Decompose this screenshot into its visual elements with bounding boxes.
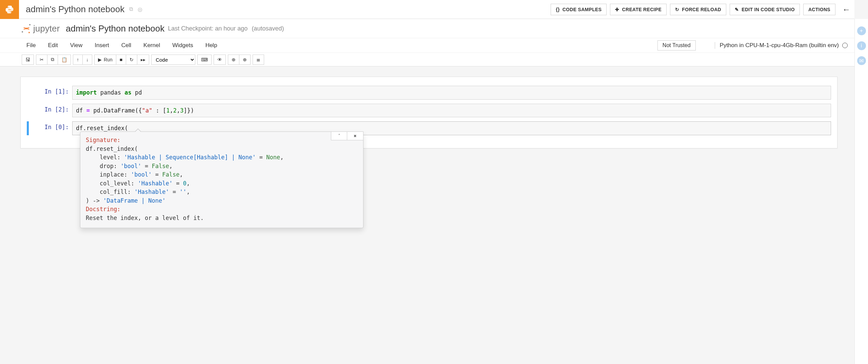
tooltip-param: inplace: 'bool' = False, bbox=[86, 170, 358, 179]
tooltip-call: df.reset_index( bbox=[86, 145, 138, 152]
autosaved-text: (autosaved) bbox=[252, 25, 284, 32]
rail-info-button[interactable]: i bbox=[857, 41, 866, 50]
circle-plus-up-icon: ⊕ bbox=[232, 57, 236, 62]
code-samples-label: CODE SAMPLES bbox=[563, 7, 602, 12]
arrow-up-icon: ↑ bbox=[77, 57, 79, 62]
notebook-name[interactable]: admin's Python notebook bbox=[66, 23, 164, 34]
run-button[interactable]: ▶ Run bbox=[94, 55, 116, 65]
trust-button[interactable]: Not Trusted bbox=[657, 40, 696, 50]
rail-add-button[interactable]: + bbox=[857, 26, 866, 35]
command-palette-button[interactable]: ⌨ bbox=[197, 55, 212, 65]
play-icon: ▶ bbox=[98, 57, 102, 62]
menu-kernel[interactable]: Kernel bbox=[143, 42, 160, 49]
create-recipe-label: CREATE RECIPE bbox=[622, 7, 662, 12]
cell-prompt: In [2]: bbox=[29, 104, 72, 118]
cell-prompt: In [1]: bbox=[29, 86, 72, 100]
tooltip-param: col_level: 'Hashable' = 0, bbox=[86, 179, 358, 188]
signature-heading: Signature: bbox=[86, 137, 120, 143]
docstring-line: Reset the index, or a level of it. bbox=[86, 214, 358, 223]
tooltip-controls: ˄ ✖ bbox=[331, 132, 363, 140]
keyboard-icon: ⌨ bbox=[201, 57, 208, 62]
code-cell[interactable]: In [2]: df = pd.DataFrame({"a" : [1,2,3]… bbox=[27, 104, 831, 118]
edit-code-studio-button[interactable]: ✎ EDIT IN CODE STUDIO bbox=[730, 4, 800, 15]
copy-icon[interactable]: ⧉ bbox=[129, 6, 133, 13]
tooltip-param: col_fill: 'Hashable' = '', bbox=[86, 188, 358, 197]
scissors-icon: ✂ bbox=[40, 57, 44, 62]
code-samples-button[interactable]: {} CODE SAMPLES bbox=[551, 4, 607, 15]
back-arrow-icon[interactable]: ← bbox=[842, 5, 850, 14]
paste-button[interactable]: 📋 bbox=[58, 55, 71, 65]
restart-button[interactable]: ↻ bbox=[126, 55, 137, 65]
cell-input[interactable]: import pandas as pd bbox=[72, 86, 831, 100]
cut-button[interactable]: ✂ bbox=[36, 55, 47, 65]
jupyter-brand-text: jupyter bbox=[33, 23, 60, 34]
tooltip-param: level: 'Hashable | Sequence[Hashable] | … bbox=[86, 153, 358, 162]
cell-input[interactable]: df = pd.DataFrame({"a" : [1,2,3]}) bbox=[72, 104, 831, 118]
menu-insert[interactable]: Insert bbox=[95, 42, 109, 49]
move-up-button[interactable]: ↑ bbox=[73, 55, 83, 65]
app-topbar: admin's Python notebook ⧉ ◎ {} CODE SAMP… bbox=[0, 0, 854, 19]
chevron-up-icon: ˄ bbox=[338, 133, 340, 140]
run-label: Run bbox=[104, 57, 113, 62]
insert-below-button[interactable]: ⊕ bbox=[239, 55, 251, 65]
jupyter-logo[interactable]: jupyter bbox=[22, 23, 60, 34]
docstring-heading: Docstring: bbox=[86, 206, 120, 213]
clipboard-icon: 📋 bbox=[61, 57, 67, 62]
close-icon: ✖ bbox=[354, 133, 356, 140]
jupyter-toolbar: 🖫 ✂ ⧉ 📋 ↑ ↓ ▶ Run ■ ↻ ▸▸ Code ⌨ 👁 ⊕ ⊕ ≣ bbox=[0, 53, 854, 66]
reload-icon: ↻ bbox=[675, 7, 679, 12]
braces-icon: {} bbox=[556, 7, 560, 12]
page-title: admin's Python notebook bbox=[26, 4, 124, 15]
tooltip-param: drop: 'bool' = False, bbox=[86, 162, 358, 171]
copy-icon: ⧉ bbox=[51, 57, 54, 62]
menu-view[interactable]: View bbox=[70, 42, 83, 49]
menu-edit[interactable]: Edit bbox=[48, 42, 58, 49]
tooltip-return-type: 'DataFrame | None' bbox=[103, 197, 165, 204]
checkpoint-text: Last Checkpoint: an hour ago bbox=[168, 25, 248, 32]
actions-label: ACTIONS bbox=[808, 7, 830, 12]
restart-run-all-button[interactable]: ▸▸ bbox=[137, 55, 149, 65]
variable-inspector-button[interactable]: ≣ bbox=[253, 55, 264, 65]
list-icon: ≣ bbox=[256, 57, 260, 62]
jupyter-header: jupyter admin's Python notebook Last Che… bbox=[0, 19, 854, 38]
plus-icon: ✚ bbox=[615, 7, 619, 12]
tooltip-return-arrow: ) -> bbox=[86, 197, 103, 204]
right-rail: + i ✉ bbox=[854, 19, 868, 364]
stop-icon: ■ bbox=[120, 57, 122, 62]
preview-button[interactable]: 👁 bbox=[214, 55, 226, 65]
interrupt-button[interactable]: ■ bbox=[116, 55, 126, 65]
code-cell[interactable]: In [1]: import pandas as pd bbox=[27, 86, 831, 100]
tooltip-expand-button[interactable]: ˄ bbox=[331, 132, 347, 140]
kernel-name: Python in CPU-M-1-cpu-4Gb-Ram (builtin e… bbox=[720, 42, 839, 49]
create-recipe-button[interactable]: ✚ CREATE RECIPE bbox=[610, 4, 667, 15]
menu-help[interactable]: Help bbox=[205, 42, 217, 49]
jupyter-menubar: File Edit View Insert Cell Kernel Widget… bbox=[0, 38, 854, 53]
menu-widgets[interactable]: Widgets bbox=[172, 42, 193, 49]
fast-forward-icon: ▸▸ bbox=[141, 57, 145, 62]
arrow-down-icon: ↓ bbox=[86, 57, 88, 62]
python-icon bbox=[5, 5, 14, 14]
signature-tooltip: ˄ ✖ Signature: df.reset_index( level: 'H… bbox=[80, 132, 363, 228]
circle-plus-down-icon: ⊕ bbox=[243, 57, 247, 62]
target-icon[interactable]: ◎ bbox=[138, 6, 142, 13]
edit-code-studio-label: EDIT IN CODE STUDIO bbox=[742, 7, 795, 12]
rail-chat-button[interactable]: ✉ bbox=[857, 56, 866, 65]
actions-button[interactable]: ACTIONS bbox=[803, 4, 835, 15]
restart-icon: ↻ bbox=[130, 57, 134, 62]
move-down-button[interactable]: ↓ bbox=[83, 55, 92, 65]
force-reload-button[interactable]: ↻ FORCE RELOAD bbox=[670, 4, 726, 15]
title-meta-icons: ⧉ ◎ bbox=[129, 6, 142, 13]
cell-type-select[interactable]: Code bbox=[151, 55, 195, 65]
copy-button[interactable]: ⧉ bbox=[47, 55, 58, 65]
insert-above-button[interactable]: ⊕ bbox=[228, 55, 239, 65]
jupyter-orbit-icon bbox=[22, 24, 31, 33]
menu-file[interactable]: File bbox=[26, 42, 36, 49]
save-button[interactable]: 🖫 bbox=[22, 55, 34, 65]
pencil-icon: ✎ bbox=[735, 7, 739, 12]
tooltip-close-button[interactable]: ✖ bbox=[347, 132, 363, 140]
menu-cell[interactable]: Cell bbox=[121, 42, 131, 49]
kernel-idle-icon bbox=[842, 43, 848, 48]
app-brand-icon bbox=[0, 0, 19, 19]
kernel-info[interactable]: Python in CPU-M-1-cpu-4Gb-Ram (builtin e… bbox=[715, 42, 848, 49]
tooltip-params: level: 'Hashable | Sequence[Hashable] | … bbox=[86, 153, 358, 197]
